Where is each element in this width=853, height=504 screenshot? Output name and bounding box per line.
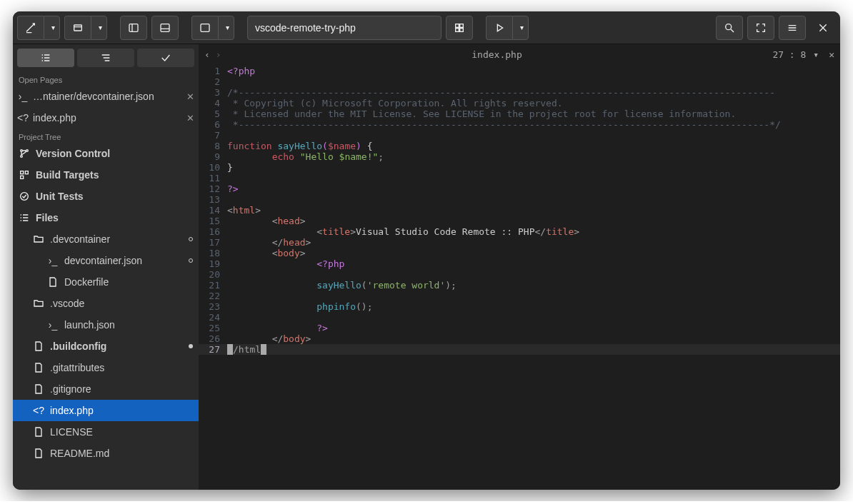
- chevron-down-icon: ▾: [226, 24, 229, 31]
- project-tree-header: Project Tree: [13, 128, 199, 143]
- sidebar: Open Pages ›_ …ntainer/devcontainer.json…: [13, 44, 199, 490]
- tree-section-vcs[interactable]: Version Control: [13, 143, 199, 164]
- build-button[interactable]: [446, 16, 473, 40]
- close-icon[interactable]: ✕: [186, 113, 194, 124]
- search-button[interactable]: [716, 16, 743, 40]
- svg-rect-6: [456, 28, 459, 31]
- open-page-item[interactable]: ›_ …ntainer/devcontainer.json ✕: [13, 86, 199, 107]
- sidebar-tab-check[interactable]: [137, 49, 194, 67]
- status-dot: [189, 258, 193, 263]
- editor: ‹ › index.php 27 : 8 ▾ ✕ 1<?php 2 3/*---…: [199, 44, 840, 490]
- tree-section-build[interactable]: Build Targets: [13, 164, 199, 186]
- file-icon: [47, 276, 59, 288]
- svg-rect-4: [456, 24, 459, 27]
- chevron-down-icon: ▾: [51, 24, 55, 31]
- tests-icon: [19, 191, 30, 202]
- open-file-button[interactable]: ▾: [64, 16, 107, 40]
- terminal-icon: ›_: [17, 91, 29, 102]
- tree-folder[interactable]: .vscode: [13, 293, 199, 314]
- svg-point-15: [21, 193, 29, 201]
- tree-file[interactable]: .gitattributes: [13, 357, 199, 378]
- file-icon: [33, 383, 44, 395]
- tree-section-files[interactable]: Files: [13, 207, 199, 228]
- svg-point-10: [21, 156, 23, 158]
- build-icon: [19, 169, 30, 181]
- folder-icon: [33, 233, 44, 245]
- svg-rect-3: [201, 24, 209, 31]
- file-icon: [33, 341, 44, 352]
- tree-file[interactable]: .gitignore: [13, 378, 199, 400]
- branch-icon: [19, 148, 30, 159]
- files-icon: [19, 212, 30, 223]
- tree-file[interactable]: ›_ devcontainer.json: [13, 250, 199, 271]
- panel-left-button[interactable]: [120, 16, 147, 40]
- layout-button[interactable]: ▾: [191, 16, 234, 40]
- project-selector[interactable]: vscode-remote-try-php: [247, 16, 442, 40]
- tree-file[interactable]: ›_ launch.json: [13, 314, 199, 336]
- tree-file[interactable]: LICENSE: [13, 421, 199, 443]
- toolbar: ▾ ▾ ▾ vscode-remote-try-php ▾: [13, 11, 840, 44]
- tree-file[interactable]: .buildconfig: [13, 336, 199, 357]
- file-icon: [33, 448, 44, 459]
- php-icon: <?: [33, 405, 44, 416]
- chevron-down-icon: ▾: [99, 24, 102, 31]
- terminal-icon: ›_: [47, 255, 59, 266]
- svg-rect-1: [129, 24, 138, 31]
- close-icon[interactable]: ✕: [186, 91, 194, 102]
- app-window: ▾ ▾ ▾ vscode-remote-try-php ▾: [13, 11, 840, 490]
- menu-button[interactable]: [779, 16, 806, 40]
- svg-rect-7: [460, 28, 464, 31]
- editor-tabbar: ‹ › index.php 27 : 8 ▾ ✕: [199, 44, 840, 64]
- file-icon: [33, 362, 44, 373]
- new-file-button[interactable]: ▾: [17, 16, 60, 40]
- svg-rect-14: [21, 176, 24, 178]
- nav-forward[interactable]: ›: [216, 49, 221, 60]
- cursor-position: 27 : 8: [772, 49, 806, 60]
- svg-rect-12: [21, 171, 24, 174]
- editor-tab-title: index.php: [221, 49, 773, 60]
- tree-section-tests[interactable]: Unit Tests: [13, 186, 199, 207]
- chevron-down-icon[interactable]: ▾: [813, 49, 819, 60]
- chevron-down-icon: ▾: [520, 24, 524, 31]
- project-name: vscode-remote-try-php: [255, 22, 356, 34]
- panel-bottom-button[interactable]: [151, 16, 179, 40]
- open-pages-header: Open Pages: [13, 71, 199, 86]
- open-page-item[interactable]: <? index.php ✕: [13, 107, 199, 128]
- svg-rect-2: [161, 24, 169, 31]
- svg-rect-13: [25, 171, 28, 174]
- status-dot: [189, 237, 193, 241]
- tree-file[interactable]: README.md: [13, 443, 199, 464]
- file-icon: [33, 426, 44, 438]
- close-tab-icon[interactable]: ✕: [829, 49, 834, 60]
- svg-point-9: [21, 150, 23, 152]
- status-dot: [189, 344, 193, 348]
- close-button[interactable]: [810, 16, 836, 40]
- code-area[interactable]: 1<?php 2 3/*----------------------------…: [199, 64, 840, 490]
- terminal-icon: ›_: [47, 319, 59, 331]
- tree-folder[interactable]: .devcontainer: [13, 228, 199, 250]
- run-button[interactable]: ▾: [486, 16, 529, 40]
- sidebar-tab-outline[interactable]: [77, 49, 134, 67]
- svg-rect-5: [460, 24, 464, 27]
- tree-file-selected[interactable]: <? index.php: [13, 400, 199, 421]
- svg-rect-0: [74, 25, 82, 31]
- php-icon: <?: [17, 112, 29, 124]
- sidebar-tab-list[interactable]: [17, 49, 74, 67]
- tree-file[interactable]: Dockerfile: [13, 271, 199, 293]
- nav-back[interactable]: ‹: [204, 49, 210, 60]
- svg-point-8: [726, 24, 732, 29]
- folder-icon: [33, 298, 44, 309]
- fullscreen-button[interactable]: [747, 16, 774, 40]
